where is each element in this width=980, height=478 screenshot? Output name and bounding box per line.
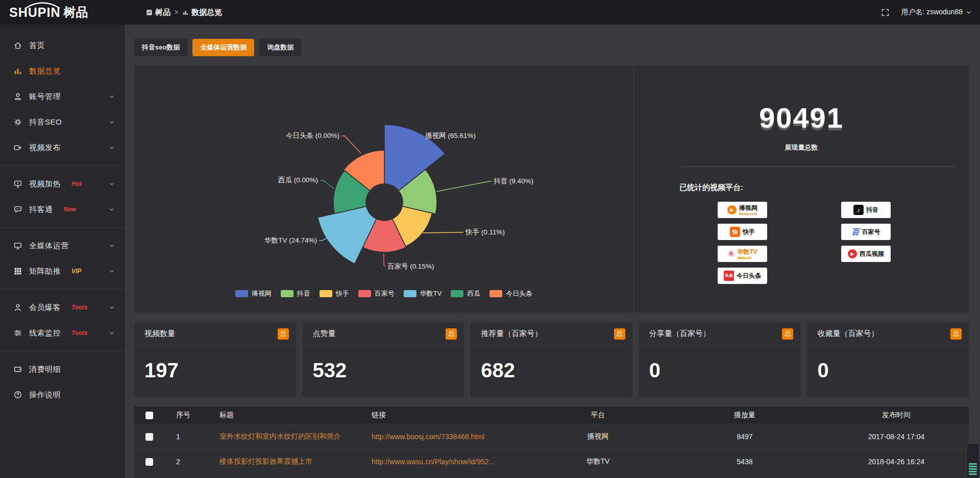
breadcrumb-icon [182,9,189,16]
legend-label: 西瓜 [467,289,480,298]
breadcrumb-item[interactable]: 树品 [146,8,170,17]
username-label: 用户名: zswodun88 [901,8,963,17]
sidebar-item-抖音SEO[interactable]: 抖音SEO [0,109,125,135]
breadcrumb-separator: > [175,9,178,16]
sidebar-item-首页[interactable]: 首页 [0,33,125,58]
sidebar-item-label: 视频加热 [29,179,61,189]
legend-swatch [281,290,293,297]
pie-label: 今日头条 (0.00%) [286,132,339,139]
tab-抖音seo数据[interactable]: 抖音seo数据 [134,39,187,56]
sidebar-item-label: 账号管理 [29,92,61,102]
sidebar-item-消费明细[interactable]: 消费明细 [0,356,125,382]
fullscreen-icon[interactable] [881,8,890,17]
total-impressions-label: 展现量总数 [634,143,969,152]
stat-card-value: 532 [313,359,347,382]
legend-label: 百家号 [375,289,395,298]
user-menu[interactable]: 用户名: zswodun88 [901,8,972,17]
legend-item-快手[interactable]: 快手 [320,289,349,298]
cell-url-link[interactable]: http://www.boosj.com/7338468.html [364,424,523,449]
sidebar-item-label: 数据总览 [29,66,61,76]
sidebar-item-label: 抖客通 [29,205,53,214]
sidebar-item-label: 会员爆客 [29,303,61,313]
table-row: 2楼体投影灯投影效果震撼上市http://www.wasu.cn/Play/sh… [134,449,969,474]
column-header-发布时间: 发布时间 [817,407,969,424]
tab-全媒体运营数据[interactable]: 全媒体运营数据 [192,39,254,56]
cell-title-link[interactable]: 楼体投影灯投影效果震撼上市 [212,449,364,474]
column-header-序号: 序号 [164,407,212,424]
sidebar-item-label: 线索监控 [29,328,61,338]
stat-card-total-badge: 总 [782,328,793,340]
bar-chart-icon [13,66,22,76]
sidebar-item-会员爆客[interactable]: 会员爆客Tools [0,295,125,320]
stat-card-value: 197 [144,359,179,382]
sidebar-item-账号管理[interactable]: 账号管理 [0,84,125,109]
chevron-down-icon [109,181,115,187]
stat-card-total-badge: 总 [950,328,962,340]
legend-item-播视网[interactable]: 播视网 [235,289,272,298]
brand-logo-text: SHUPIN [9,5,60,20]
total-impressions-value: 90491 [634,101,969,134]
platform-badge-抖音: ♪抖音 [841,202,891,218]
stat-card-header: 收藏量（百家号）总 [807,322,969,346]
chart-panel: 播视网 (65.61%)抖音 (9.40%)快手 (0.11%)百家号 (0.1… [134,65,969,313]
sidebar-item-视频加热[interactable]: 视频加热Hot [0,171,125,197]
question-icon [13,390,22,399]
sidebar-item-操作说明[interactable]: 操作说明 [0,382,125,408]
tab-询盘数据[interactable]: 询盘数据 [259,39,301,56]
brand-logo-cn: 树品 [63,4,88,20]
user-icon [13,92,22,101]
table-row-partial [134,474,969,478]
legend-item-华数TV[interactable]: 华数TV [404,289,442,298]
pie-label-line [436,181,492,192]
legend-item-抖音[interactable]: 抖音 [281,289,310,298]
select-all-checkbox[interactable] [145,412,153,419]
stat-card-title: 推荐量（百家号） [481,329,542,339]
platform-name: 百家号 [862,229,880,235]
legend-swatch [489,290,502,297]
sidebar-item-抖客通[interactable]: 抖客通New [0,197,125,222]
summary-divider [680,166,955,167]
pie-slice-华数TV[interactable] [317,206,376,264]
sidebar-item-label: 全媒体运营 [29,241,69,251]
platforms-label: 已统计的视频平台: [679,183,743,193]
cell-url-link[interactable]: http://www.wasu.cn/Play/show/id/952... [364,449,523,474]
pie-label-line [384,253,385,266]
floating-widget[interactable] [966,443,979,478]
platform-sub: wasu.cn [737,256,751,259]
stat-card-total-badge: 总 [278,328,289,340]
row-checkbox[interactable] [145,433,153,441]
chevron-down-icon [966,9,972,15]
sidebar-item-矩阵助推[interactable]: 矩阵助推VIP [0,258,125,284]
topbar: SHUPIN 树品 树品>数据总览 用户名: zswodun88 [0,0,980,25]
header-divider [134,32,980,32]
sidebar-item-视频发布[interactable]: 视频发布 [0,135,125,160]
stat-card-分享量（百家号）: 分享量（百家号）总0 [639,322,801,397]
floating-widget-stripes [969,463,977,475]
sidebar-item-线索监控[interactable]: 线索监控Tools [0,320,125,346]
user-area: 用户名: zswodun88 [881,0,972,25]
row-checkbox[interactable] [145,458,153,466]
sidebar-item-数据总览[interactable]: 数据总览 [0,58,125,84]
stat-card-value: 682 [481,359,515,382]
legend-item-今日头条[interactable]: 今日头条 [489,289,532,298]
douyin-logo-icon: ♪ [853,205,864,215]
chevron-down-icon [109,268,115,274]
platform-name: 抖音 [866,207,878,213]
cell-time: 2018-04-26 16:24 [817,449,969,474]
legend-item-西瓜[interactable]: 西瓜 [451,289,480,298]
stat-card-header: 分享量（百家号）总 [639,322,801,346]
platform-badge-播视网: ▶播视网boosj.com [718,202,767,218]
pie-chart: 播视网 (65.61%)抖音 (9.40%)快手 (0.11%)百家号 (0.1… [134,65,633,313]
platform-name: 西瓜视频 [860,251,884,257]
cell-title-link[interactable]: 室外水纹灯和室内水纹灯的区别和简介 [212,424,364,449]
stat-card-title: 点赞量 [313,329,336,339]
sidebar-item-全媒体运营[interactable]: 全媒体运营 [0,233,125,258]
chevron-down-icon [109,93,115,100]
data-tabs: 抖音seo数据全媒体运营数据询盘数据 [134,39,301,56]
legend-item-百家号[interactable]: 百家号 [358,289,395,298]
stat-card-total-badge: 总 [614,328,625,340]
stat-card-total-badge: 总 [446,328,457,340]
cell-no: 1 [164,424,212,449]
sidebar-item-label: 消费明细 [29,365,61,374]
breadcrumb-item[interactable]: 数据总览 [182,8,222,17]
